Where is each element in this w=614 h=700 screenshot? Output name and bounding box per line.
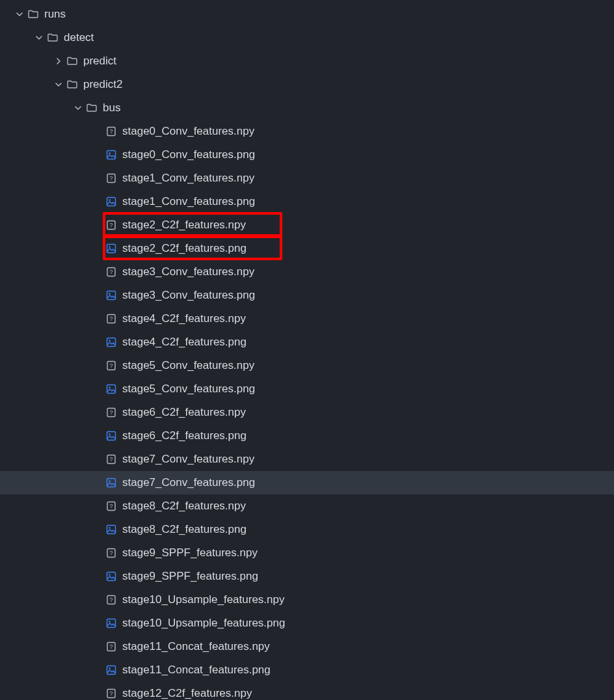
image-file-icon: [105, 243, 117, 254]
tree-item-label: stage12_C2f_features.npy: [122, 687, 252, 700]
tree-item-label: stage10_Upsample_features.npy: [122, 593, 285, 606]
folder-icon: [86, 102, 98, 114]
tree-item-label: runs: [44, 8, 66, 21]
tree-file[interactable]: stage0_Conv_features.png: [0, 143, 614, 167]
svg-point-47: [109, 667, 111, 669]
image-file-icon: [105, 196, 117, 208]
tree-file[interactable]: stage1_Conv_features.png: [0, 190, 614, 213]
tree-file[interactable]: ?stage1_Conv_features.npy: [0, 167, 614, 190]
image-file-icon: [105, 149, 117, 161]
folder-icon: [27, 8, 39, 20]
tree-item-label: bus: [103, 101, 120, 114]
folder-icon: [47, 32, 59, 44]
svg-point-3: [109, 152, 111, 154]
image-file-icon: [105, 477, 117, 489]
tree-item-label: stage4_C2f_features.npy: [122, 312, 246, 325]
tree-file[interactable]: stage11_Concat_features.png: [0, 658, 614, 682]
chevron-down-icon[interactable]: [53, 79, 64, 90]
svg-point-7: [109, 199, 111, 201]
image-file-icon: [105, 383, 117, 395]
folder-icon: [66, 79, 78, 90]
tree-item-label: stage11_Concat_features.png: [122, 664, 271, 677]
tree-file[interactable]: stage7_Conv_features.png: [0, 471, 614, 494]
tree-item-label: stage2_C2f_features.png: [122, 242, 247, 255]
image-file-icon: [105, 571, 117, 582]
svg-rect-46: [107, 666, 116, 675]
tree-file[interactable]: ?stage4_C2f_features.npy: [0, 307, 614, 330]
tree-file[interactable]: stage4_C2f_features.png: [0, 330, 614, 354]
tree-file[interactable]: stage9_SPPF_features.png: [0, 565, 614, 588]
tree-file[interactable]: ?stage7_Conv_features.npy: [0, 448, 614, 471]
tree-file[interactable]: stage2_C2f_features.png: [0, 237, 614, 260]
svg-rect-14: [107, 291, 116, 300]
svg-rect-30: [107, 479, 116, 487]
tree-folder[interactable]: runs: [0, 3, 614, 26]
tree-item-label: stage9_SPPF_features.png: [122, 570, 258, 583]
chevron-down-icon[interactable]: [73, 103, 83, 113]
tree-item-label: stage6_C2f_features.png: [122, 429, 247, 442]
svg-point-31: [109, 480, 111, 482]
tree-folder[interactable]: detect: [0, 26, 614, 49]
tree-item-label: stage7_Conv_features.png: [122, 476, 255, 489]
tree-item-label: stage8_C2f_features.npy: [122, 500, 246, 513]
svg-text:?: ?: [109, 643, 113, 650]
tree-file[interactable]: ?stage0_Conv_features.npy: [0, 120, 614, 143]
svg-rect-38: [107, 572, 116, 581]
file-tree: runsdetectpredictpredict2bus?stage0_Conv…: [0, 0, 614, 700]
tree-file[interactable]: stage10_Upsample_features.png: [0, 612, 614, 635]
svg-text:?: ?: [109, 597, 113, 603]
unknown-file-icon: ?: [105, 594, 117, 606]
chevron-right-icon[interactable]: [53, 56, 64, 66]
svg-text:?: ?: [109, 222, 113, 228]
tree-file[interactable]: stage6_C2f_features.png: [0, 424, 614, 448]
unknown-file-icon: ?: [105, 266, 117, 278]
tree-item-label: stage1_Conv_features.npy: [122, 172, 254, 185]
tree-item-label: stage11_Concat_features.npy: [122, 640, 270, 653]
tree-file[interactable]: stage8_C2f_features.png: [0, 518, 614, 541]
chevron-down-icon[interactable]: [34, 33, 44, 43]
tree-folder[interactable]: predict: [0, 49, 614, 73]
unknown-file-icon: ?: [105, 547, 117, 559]
tree-file[interactable]: ?stage2_C2f_features.npy: [0, 213, 614, 237]
image-file-icon: [105, 430, 117, 442]
tree-item-label: stage2_C2f_features.npy: [122, 219, 246, 232]
tree-file[interactable]: ?stage6_C2f_features.npy: [0, 401, 614, 424]
tree-item-label: predict2: [83, 78, 122, 91]
tree-file[interactable]: ?stage9_SPPF_features.npy: [0, 541, 614, 565]
tree-file[interactable]: stage5_Conv_features.png: [0, 377, 614, 401]
svg-point-39: [109, 574, 111, 576]
tree-item-label: stage5_Conv_features.npy: [122, 359, 254, 372]
svg-rect-22: [107, 385, 116, 394]
svg-point-11: [109, 246, 111, 248]
svg-text:?: ?: [109, 550, 113, 556]
tree-item-label: stage4_C2f_features.png: [122, 336, 247, 349]
tree-file[interactable]: ?stage12_C2f_features.npy: [0, 682, 614, 700]
tree-folder[interactable]: bus: [0, 96, 614, 120]
image-file-icon: [105, 617, 117, 629]
tree-folder[interactable]: predict2: [0, 73, 614, 96]
chevron-down-icon[interactable]: [14, 9, 25, 20]
tree-file[interactable]: ?stage5_Conv_features.npy: [0, 354, 614, 377]
tree-item-label: stage7_Conv_features.npy: [122, 453, 254, 466]
tree-item-label: stage1_Conv_features.png: [122, 195, 255, 208]
tree-item-label: stage3_Conv_features.png: [122, 289, 255, 302]
unknown-file-icon: ?: [105, 219, 117, 231]
tree-file[interactable]: ?stage11_Concat_features.npy: [0, 635, 614, 658]
tree-file[interactable]: ?stage10_Upsample_features.npy: [0, 588, 614, 612]
unknown-file-icon: ?: [105, 500, 117, 512]
tree-file[interactable]: stage3_Conv_features.png: [0, 284, 614, 307]
tree-item-label: predict: [83, 55, 116, 68]
tree-item-label: stage6_C2f_features.npy: [122, 406, 246, 419]
svg-text:?: ?: [109, 690, 113, 697]
svg-point-19: [109, 340, 111, 342]
unknown-file-icon: ?: [105, 407, 117, 418]
unknown-file-icon: ?: [105, 688, 117, 699]
tree-item-label: stage5_Conv_features.png: [122, 383, 255, 396]
tree-file[interactable]: ?stage8_C2f_features.npy: [0, 494, 614, 518]
file-tree-container: runsdetectpredictpredict2bus?stage0_Conv…: [0, 0, 614, 700]
tree-file[interactable]: ?stage3_Conv_features.npy: [0, 260, 614, 284]
tree-item-label: stage3_Conv_features.npy: [122, 265, 254, 278]
svg-rect-42: [107, 619, 116, 628]
folder-icon: [66, 55, 78, 67]
image-file-icon: [105, 336, 117, 348]
